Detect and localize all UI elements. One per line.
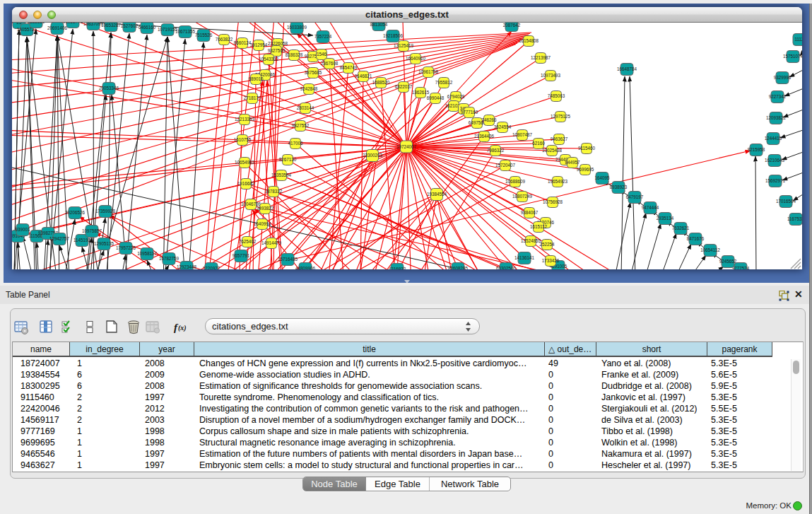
svg-text:9242848: 9242848 bbox=[300, 86, 318, 91]
svg-text:3624554: 3624554 bbox=[494, 124, 512, 129]
svg-text:1615112: 1615112 bbox=[530, 224, 548, 229]
svg-text:1112: 1112 bbox=[794, 37, 802, 42]
svg-text:9699695: 9699695 bbox=[577, 167, 594, 172]
svg-text:17957225: 17957225 bbox=[116, 245, 136, 250]
svg-text:16154808: 16154808 bbox=[519, 38, 539, 43]
svg-text:3878332: 3878332 bbox=[265, 189, 283, 194]
svg-text:10543332: 10543332 bbox=[259, 57, 279, 62]
svg-text:14914479: 14914479 bbox=[261, 240, 282, 245]
svg-text:417006: 417006 bbox=[288, 141, 303, 146]
svg-text:9115460: 9115460 bbox=[578, 146, 596, 151]
svg-text:1145191: 1145191 bbox=[73, 238, 91, 243]
svg-text:10973493: 10973493 bbox=[541, 73, 561, 78]
svg-text:12975125: 12975125 bbox=[551, 114, 571, 119]
svg-text:7357224: 7357224 bbox=[314, 34, 332, 39]
svg-text:15353594: 15353594 bbox=[271, 173, 292, 177]
svg-text:3188131: 3188131 bbox=[28, 23, 45, 24]
svg-text:23300203: 23300203 bbox=[363, 153, 383, 158]
svg-text:8938923: 8938923 bbox=[610, 185, 628, 189]
svg-text:20053346: 20053346 bbox=[99, 86, 119, 90]
svg-text:844957: 844957 bbox=[565, 160, 580, 165]
svg-text:10975857: 10975857 bbox=[82, 228, 102, 233]
svg-text:21364436: 21364436 bbox=[474, 134, 495, 139]
svg-text:746266: 746266 bbox=[481, 117, 497, 122]
svg-text:12213987: 12213987 bbox=[531, 55, 551, 60]
svg-text:1244415: 1244415 bbox=[765, 136, 782, 141]
svg-text:8660124: 8660124 bbox=[234, 40, 252, 45]
svg-text:15751074: 15751074 bbox=[783, 54, 802, 59]
svg-text:7632621: 7632621 bbox=[672, 226, 690, 230]
svg-text:15692971: 15692971 bbox=[765, 178, 786, 183]
svg-text:1527602: 1527602 bbox=[121, 23, 139, 28]
svg-text:10025438: 10025438 bbox=[542, 148, 563, 153]
svg-text:2087642: 2087642 bbox=[503, 23, 521, 28]
svg-text:7986322: 7986322 bbox=[487, 148, 505, 153]
svg-text:9227342: 9227342 bbox=[769, 94, 787, 99]
svg-text:2803144: 2803144 bbox=[297, 105, 314, 110]
svg-text:6794028: 6794028 bbox=[447, 94, 465, 99]
svg-text:3875685: 3875685 bbox=[305, 70, 322, 75]
svg-text:16210643: 16210643 bbox=[765, 158, 785, 163]
svg-text:15720407: 15720407 bbox=[495, 163, 516, 168]
svg-text:10654983: 10654983 bbox=[235, 160, 255, 165]
svg-text:9657791: 9657791 bbox=[233, 253, 250, 258]
svg-text:20206526: 20206526 bbox=[65, 210, 86, 215]
svg-text:16033809: 16033809 bbox=[287, 25, 307, 30]
svg-text:1640994: 1640994 bbox=[254, 221, 271, 226]
svg-text:12923448: 12923448 bbox=[177, 264, 197, 269]
svg-text:8186328: 8186328 bbox=[286, 52, 303, 57]
svg-text:7955812: 7955812 bbox=[435, 80, 453, 85]
svg-text:8454749: 8454749 bbox=[340, 65, 358, 70]
svg-text:10688609: 10688609 bbox=[505, 179, 526, 184]
svg-text:91056775: 91056775 bbox=[63, 23, 83, 24]
svg-text:164095: 164095 bbox=[594, 175, 610, 180]
svg-text:9327509: 9327509 bbox=[268, 48, 286, 53]
svg-text:2367608: 2367608 bbox=[321, 61, 339, 66]
svg-text:12213393: 12213393 bbox=[235, 117, 255, 122]
svg-text:18807249: 18807249 bbox=[512, 194, 533, 199]
svg-text:10671355: 10671355 bbox=[175, 29, 196, 34]
svg-text:1733426: 1733426 bbox=[542, 258, 560, 263]
svg-text:12093822: 12093822 bbox=[766, 115, 787, 120]
svg-text:7663822: 7663822 bbox=[216, 37, 233, 42]
svg-text:4216932: 4216932 bbox=[389, 267, 406, 269]
svg-text:19218506: 19218506 bbox=[383, 33, 404, 38]
svg-text:8215958: 8215958 bbox=[748, 147, 765, 152]
svg-text:16782759: 16782759 bbox=[159, 256, 180, 261]
svg-text:1546: 1546 bbox=[317, 52, 327, 57]
svg-text:9245652: 9245652 bbox=[719, 259, 737, 264]
svg-text:252254: 252254 bbox=[539, 242, 555, 247]
svg-text:3912954: 3912954 bbox=[250, 42, 268, 47]
svg-text:10958117: 10958117 bbox=[137, 251, 157, 256]
svg-text:16640910: 16640910 bbox=[406, 56, 426, 61]
svg-text:19654923: 19654923 bbox=[548, 179, 568, 184]
svg-text:7485063: 7485063 bbox=[548, 93, 565, 98]
svg-text:2935134: 2935134 bbox=[657, 216, 674, 221]
svg-text:1916682: 1916682 bbox=[237, 181, 255, 186]
svg-text:1362615: 1362615 bbox=[412, 90, 430, 95]
svg-text:12905135: 12905135 bbox=[94, 241, 114, 246]
svg-text:1220922: 1220922 bbox=[203, 266, 220, 269]
svg-text:62160: 62160 bbox=[532, 141, 545, 146]
svg-text:9146821: 9146821 bbox=[355, 74, 372, 78]
svg-text:10756928: 10756928 bbox=[543, 199, 563, 204]
svg-text:8813054: 8813054 bbox=[370, 23, 388, 27]
svg-text:17359928: 17359928 bbox=[95, 209, 116, 214]
svg-text:7515526: 7515526 bbox=[195, 33, 213, 37]
svg-text:20691406: 20691406 bbox=[47, 25, 68, 30]
svg-text:10654112: 10654112 bbox=[700, 247, 720, 252]
svg-text:10807487: 10807487 bbox=[512, 132, 533, 137]
svg-text:10961758: 10961758 bbox=[418, 69, 439, 74]
svg-text:19384554: 19384554 bbox=[427, 192, 447, 197]
svg-text:14136141: 14136141 bbox=[514, 255, 535, 260]
svg-text:23226058: 23226058 bbox=[268, 41, 288, 46]
svg-text:939001: 939001 bbox=[15, 227, 30, 232]
svg-text:9384067: 9384067 bbox=[521, 210, 539, 215]
svg-text:3493822: 3493822 bbox=[257, 206, 274, 211]
svg-text:9777524: 9777524 bbox=[732, 266, 750, 269]
svg-text:6466160: 6466160 bbox=[139, 25, 156, 30]
svg-text:1588520: 1588520 bbox=[372, 80, 390, 85]
svg-text:82608285: 82608285 bbox=[448, 266, 469, 269]
svg-text:9474444: 9474444 bbox=[642, 205, 659, 210]
svg-text:6322037: 6322037 bbox=[395, 84, 413, 89]
